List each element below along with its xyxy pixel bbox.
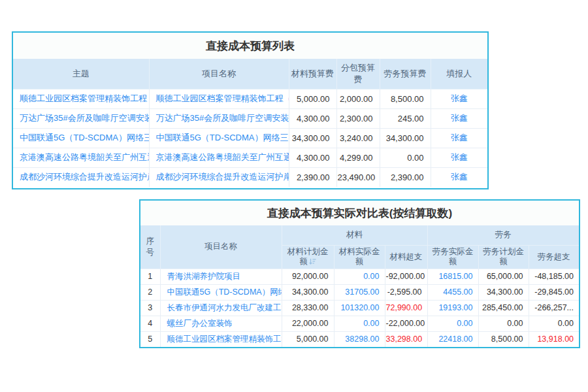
labor-over-cell: -29,845.00 (529, 284, 579, 300)
labor-budget-cell: 2,390.00 (380, 167, 431, 187)
budget-list-header-row: 主题 项目名称 材料预算费 分包预算费 劳务预算费 填报人 (13, 59, 487, 89)
material-actual-cell[interactable]: 31705.00 (334, 284, 385, 300)
subcontract-budget-cell: 2,000.00 (336, 89, 380, 108)
comparison-group-header-row: 序号 项目名称 材料 劳务 (140, 225, 579, 245)
material-actual-cell[interactable]: 0.00 (334, 269, 385, 284)
reporter-link[interactable]: 张鑫 (451, 133, 468, 142)
comparison-row: 5顺德工业园区档案管理精装饰工程5,000.0038298.0033,298.0… (140, 331, 579, 347)
col-header-labor-budget: 劳务预算费 (380, 59, 431, 89)
material-over-cell: 72,990.00 (385, 300, 427, 316)
subcontract-budget-cell: 4,299.00 (336, 148, 380, 167)
budget-list-panel: 直接成本预算列表 主题 项目名称 材料预算费 分包预算费 劳务预算费 填报人 顺… (12, 31, 489, 189)
project-link[interactable]: 螺丝厂办公室装饰 (167, 319, 233, 328)
budget-list-title: 直接成本预算列表 (13, 33, 487, 59)
labor-budget-cell: 245.00 (380, 108, 431, 128)
project-link[interactable]: 中国联通5G（TD-SCDMA）网络三 (167, 287, 282, 297)
material-plan-cell: 34,300.00 (282, 284, 334, 300)
project-cell: 中国联通5G（TD-SCDMA）网络三 (160, 284, 282, 300)
subject-cell: 顺德工业园区档案管理精装饰工程（... (13, 89, 149, 108)
col-header-material-plan[interactable]: 材料计划金额 (282, 245, 334, 269)
col-header-subject: 主题 (13, 59, 149, 89)
reporter-cell: 张鑫 (431, 148, 487, 167)
project-link[interactable]: 中国联通5G（TD-SCDMA）网络三期... (156, 133, 289, 142)
reporter-cell: 张鑫 (431, 167, 487, 187)
col-header-seq: 序号 (140, 225, 160, 269)
col-header-material-plan-label: 材料计划金额 (287, 247, 329, 266)
material-over-cell: 33,298.00 (385, 331, 427, 347)
project-cell: 成都沙河环境综合提升改造运河护岸... (149, 167, 289, 187)
col-header-material-actual: 材料实际金额 (334, 245, 385, 269)
labor-budget-cell: 0.00 (380, 148, 431, 167)
col-header-subcontract-budget: 分包预算费 (336, 59, 380, 89)
col-header-project: 项目名称 (149, 59, 289, 89)
labor-plan-cell: 285,450.00 (478, 300, 529, 316)
reporter-link[interactable]: 张鑫 (451, 152, 468, 162)
labor-actual-cell[interactable]: 16815.00 (427, 269, 478, 284)
labor-actual-cell[interactable]: 19193.00 (427, 300, 478, 316)
material-budget-cell: 2,390.00 (289, 167, 336, 187)
material-budget-cell: 5,000.00 (289, 89, 336, 108)
project-cell: 中国联通5G（TD-SCDMA）网络三期... (149, 128, 289, 148)
reporter-link[interactable]: 张鑫 (451, 113, 468, 123)
project-link[interactable]: 长春市伊通河水力发电厂改建工程 (167, 303, 282, 312)
budget-list-row: 京港澳高速公路粤境韶关至广州互通...京港澳高速公路粤境韶关至广州互通...4,… (13, 148, 487, 167)
comparison-title: 直接成本预算实际对比表(按结算取数) (140, 201, 579, 225)
sort-amount-icon[interactable] (309, 258, 316, 265)
material-actual-cell[interactable]: 101320.00 (334, 300, 385, 316)
subject-link[interactable]: 成都沙河环境综合提升改造运河护岸... (20, 172, 149, 182)
labor-actual-cell[interactable]: 0.00 (427, 316, 478, 331)
labor-plan-cell: 8,500.00 (478, 331, 529, 347)
col-header-labor-plan: 劳务计划金额 (478, 245, 529, 269)
labor-over-cell: 0.00 (529, 316, 579, 331)
project-link[interactable]: 顺德工业园区档案管理精装饰工程（... (156, 93, 289, 103)
comparison-table: 序号 项目名称 材料 劳务 材料计划金额 材料实际金额 材料超支 劳务实际金额 … (140, 225, 579, 347)
comparison-row: 4螺丝厂办公室装饰22,000.000.00-22,000.000.000.00… (140, 316, 579, 331)
project-cell: 顺德工业园区档案管理精装饰工程（... (149, 89, 289, 108)
reporter-link[interactable]: 张鑫 (451, 172, 468, 182)
seq-cell: 1 (140, 269, 160, 284)
subject-cell: 成都沙河环境综合提升改造运河护岸... (13, 167, 149, 187)
col-header-material-over: 材料超支 (385, 245, 427, 269)
material-plan-cell: 28,330.00 (282, 300, 334, 316)
project-cell: 青海洪湖养护院项目 (160, 269, 282, 284)
subject-cell: 中国联通5G（TD-SCDMA）网络三... (13, 128, 149, 148)
project-link[interactable]: 成都沙河环境综合提升改造运河护岸... (156, 172, 289, 182)
project-link[interactable]: 顺德工业园区档案管理精装饰工程 (167, 335, 282, 344)
subject-cell: 万达广场35#会所及咖啡厅空调安装... (13, 108, 149, 128)
col-header-project-name: 项目名称 (160, 225, 282, 269)
reporter-cell: 张鑫 (431, 89, 487, 108)
project-link[interactable]: 青海洪湖养护院项目 (167, 272, 241, 281)
labor-plan-cell: 34,300.00 (478, 284, 529, 300)
labor-actual-cell[interactable]: 22418.00 (427, 331, 478, 347)
project-link[interactable]: 京港澳高速公路粤境韶关至广州互通... (156, 152, 289, 162)
subject-link[interactable]: 顺德工业园区档案管理精装饰工程（... (20, 93, 149, 103)
col-header-reporter: 填报人 (431, 59, 487, 89)
labor-actual-cell[interactable]: 4455.00 (427, 284, 478, 300)
subcontract-budget-cell: 2,300.00 (336, 108, 380, 128)
project-cell: 顺德工业园区档案管理精装饰工程 (160, 331, 282, 347)
comparison-row: 1青海洪湖养护院项目92,000.000.00-92,000.0016815.0… (140, 269, 579, 284)
labor-budget-cell: 34,300.00 (380, 128, 431, 148)
material-actual-cell[interactable]: 38298.00 (334, 331, 385, 347)
labor-plan-cell: 0.00 (478, 316, 529, 331)
reporter-cell: 张鑫 (431, 128, 487, 148)
group-header-material: 材料 (282, 225, 427, 245)
material-budget-cell: 34,300.00 (289, 128, 336, 148)
material-over-cell: -2,595.00 (385, 284, 427, 300)
labor-over-cell: -48,185.00 (529, 269, 579, 284)
comparison-body: 1青海洪湖养护院项目92,000.000.00-92,000.0016815.0… (140, 269, 579, 347)
labor-over-cell: 13,918.00 (529, 331, 579, 347)
subcontract-budget-cell: 3,240.00 (336, 128, 380, 148)
subject-link[interactable]: 万达广场35#会所及咖啡厅空调安装... (20, 113, 149, 123)
subject-link[interactable]: 京港澳高速公路粤境韶关至广州互通... (20, 152, 149, 162)
project-link[interactable]: 万达广场35#会所及咖啡厅空调安装工程 (156, 113, 289, 123)
budget-list-body: 顺德工业园区档案管理精装饰工程（...顺德工业园区档案管理精装饰工程（...5,… (13, 89, 487, 187)
reporter-link[interactable]: 张鑫 (451, 93, 468, 103)
material-actual-cell[interactable]: 0.00 (334, 316, 385, 331)
budget-list-row: 成都沙河环境综合提升改造运河护岸...成都沙河环境综合提升改造运河护岸...2,… (13, 167, 487, 187)
group-header-labor: 劳务 (427, 225, 579, 245)
material-plan-cell: 92,000.00 (282, 269, 334, 284)
comparison-row: 3长春市伊通河水力发电厂改建工程28,330.00101320.0072,990… (140, 300, 579, 316)
subject-link[interactable]: 中国联通5G（TD-SCDMA）网络三... (20, 133, 149, 142)
budget-list-row: 万达广场35#会所及咖啡厅空调安装...万达广场35#会所及咖啡厅空调安装工程4… (13, 108, 487, 128)
